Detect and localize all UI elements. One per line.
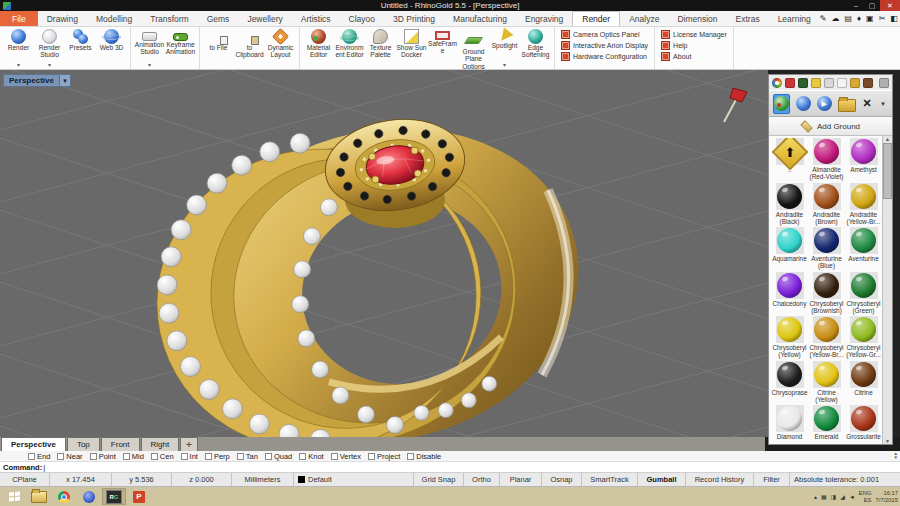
gem-item-grossularite[interactable]: Grossularite — [845, 405, 882, 444]
toggle-filter[interactable]: Filter — [754, 473, 790, 486]
osnap-int[interactable]: Int — [181, 452, 198, 461]
gem-item-citrine[interactable]: Citrine — [845, 361, 882, 406]
scroll-down-icon[interactable]: ▼ — [885, 438, 890, 444]
paint-icon[interactable] — [850, 78, 860, 88]
tab-modelling[interactable]: Modelling — [87, 11, 141, 26]
tab-gems[interactable]: Gems — [198, 11, 239, 26]
osnap-cen[interactable]: Cen — [151, 452, 174, 461]
gem-item-up[interactable]: ⬆.. — [771, 138, 808, 183]
osnap-vertex[interactable]: Vertex — [331, 452, 361, 461]
powerpoint-icon[interactable]: P — [127, 488, 151, 505]
tab-clayoo[interactable]: Clayoo — [340, 11, 384, 26]
gem-item-chrysoprase[interactable]: Chrysoprase — [771, 361, 808, 406]
scroll-thumb[interactable] — [883, 143, 892, 199]
ribbon-item-edge-softening[interactable]: Edge Softening — [520, 28, 551, 68]
chevron-down-icon[interactable]: ▾ — [503, 62, 506, 68]
minimize-button[interactable]: – — [848, 0, 864, 11]
tab-extras[interactable]: Extras — [727, 11, 769, 26]
gem-item-diamond[interactable]: Diamond — [771, 405, 808, 444]
tab-artistics[interactable]: Artistics — [292, 11, 340, 26]
gem-scrollbar[interactable]: ▲ ▼ — [882, 136, 892, 444]
ribbon-item-keyframe-animation[interactable]: Keyframe Animation — [165, 28, 196, 68]
ribbon-item-to-file[interactable]: to File — [203, 28, 234, 68]
language-indicator[interactable]: ENGES — [859, 490, 872, 503]
tab-transform[interactable]: Transform — [141, 11, 197, 26]
sun-icon[interactable] — [811, 78, 821, 88]
checkbox-mid[interactable] — [123, 453, 130, 460]
status-x-17-454[interactable]: x 17.454 — [50, 473, 112, 486]
start-button[interactable] — [2, 488, 26, 505]
tab-drawing[interactable]: Drawing — [38, 11, 87, 26]
viewport-3d[interactable] — [0, 70, 768, 437]
tray-icon[interactable]: ◄ — [849, 494, 855, 500]
layers-icon[interactable] — [785, 78, 795, 88]
gem-item-chrysoberyl-yellow-gr[interactable]: Chrysoberyl (Yellow-Gr... — [845, 316, 882, 361]
viewport-tab-front[interactable]: Front — [101, 437, 140, 451]
checkbox-vertex[interactable] — [331, 453, 338, 460]
osnap-point[interactable]: Point — [90, 452, 116, 461]
ribbon-item-help[interactable]: Help — [661, 41, 727, 50]
checkbox-end[interactable] — [28, 453, 35, 460]
viewport-tab-perspective[interactable]: Perspective — [1, 437, 66, 451]
gem-item-andradite-black[interactable]: Andradite (Black) — [771, 183, 808, 228]
toggle-osnap[interactable]: Osnap — [542, 473, 582, 486]
checkbox-project[interactable] — [368, 453, 375, 460]
tab-manufacturing[interactable]: Manufacturing — [444, 11, 516, 26]
toggle-smarttrack[interactable]: SmartTrack — [582, 473, 638, 486]
gem-materials-button[interactable] — [773, 94, 790, 114]
gem-item-aventurine[interactable]: Aventurine — [845, 227, 882, 272]
ribbon-item-web-3d[interactable]: Web 3D — [96, 28, 127, 68]
tab-jewellery[interactable]: Jewellery — [238, 11, 291, 26]
cloud-icon[interactable]: ☁ — [831, 15, 839, 23]
tray-icon[interactable]: ◨ — [831, 493, 837, 500]
tab-engraving[interactable]: Engraving — [516, 11, 572, 26]
gem-item-chrysoberyl-yellow-br[interactable]: Chrysoberyl (Yellow-Br... — [808, 316, 845, 361]
checkbox-near[interactable] — [57, 453, 64, 460]
viewport-tab-top[interactable]: Top — [67, 437, 100, 451]
checkbox-cen[interactable] — [151, 453, 158, 460]
open-library-button[interactable] — [838, 94, 856, 114]
osnap-disable[interactable]: Disable — [407, 452, 441, 461]
gem-item-chalcedony[interactable]: Chalcedony — [771, 272, 808, 317]
osnap-project[interactable]: Project — [368, 452, 400, 461]
gem-item-andradite-yellow-br[interactable]: Andradite (Yellow-Br... — [845, 183, 882, 228]
tab-analyze[interactable]: Analyze — [620, 11, 668, 26]
osnap-near[interactable]: Near — [57, 452, 82, 461]
ribbon-item-license-manager[interactable]: License Manager — [661, 30, 727, 39]
ribbon-item-animation-studio[interactable]: Animation Studio▾ — [134, 28, 165, 68]
file-explorer-icon[interactable] — [27, 488, 51, 505]
tab-render[interactable]: Render — [572, 11, 620, 26]
pin-icon[interactable]: ♦ — [857, 15, 861, 23]
status-millimeters[interactable]: Millimeters — [232, 473, 294, 486]
chrome-icon[interactable] — [52, 488, 76, 505]
cut-icon[interactable]: ✂ — [879, 15, 886, 23]
status-cplane[interactable]: CPlane — [0, 473, 50, 486]
tab-learning[interactable]: Learning — [769, 11, 820, 26]
display-icon[interactable] — [798, 78, 808, 88]
checkbox-tan[interactable] — [237, 453, 244, 460]
viewport-tab-right[interactable]: Right — [141, 437, 180, 451]
gem-item-almandite-red-violet[interactable]: Almandite (Red-Violet) — [808, 138, 845, 183]
remove-material-button[interactable]: ✕ — [862, 94, 872, 114]
command-scroll-icons[interactable]: ▲▼ — [894, 451, 898, 461]
rhino-options-icon[interactable] — [772, 78, 782, 88]
tab-3d-printing[interactable]: 3D Printing — [384, 11, 444, 26]
toggle-planar[interactable]: Planar — [500, 473, 542, 486]
tab-dimension[interactable]: Dimension — [668, 11, 726, 26]
ribbon-item-texture-palette[interactable]: Texture Palette — [365, 28, 396, 68]
texture-icon[interactable] — [863, 78, 873, 88]
gem-item-citrine-yellow[interactable]: Citrine (Yellow) — [808, 361, 845, 406]
ribbon-item-dynamic-layout[interactable]: Dynamic Layout — [265, 28, 296, 68]
status-layer[interactable]: Default — [294, 473, 414, 486]
tray-icon[interactable]: ▴ — [814, 493, 817, 500]
ribbon-item-render[interactable]: Render▾ — [3, 28, 34, 68]
osnap-knot[interactable]: Knot — [299, 452, 323, 461]
ribbon-item-camera-optics-panel[interactable]: Camera Optics Panel — [561, 30, 648, 39]
ribbon-item-interactive-arion-display[interactable]: Interactive Arion Display — [561, 41, 648, 50]
maximize-button[interactable]: ▢ — [864, 0, 880, 11]
chevron-down-icon[interactable]: ▾ — [48, 62, 51, 68]
ribbon-item-show-sun-docker[interactable]: Show Sun Docker — [396, 28, 427, 68]
tray-icon[interactable]: ▦ — [821, 493, 827, 500]
gem-item-chrysoberyl-green[interactable]: Chrysoberyl (Green) — [845, 272, 882, 317]
checkbox-perp[interactable] — [205, 453, 212, 460]
